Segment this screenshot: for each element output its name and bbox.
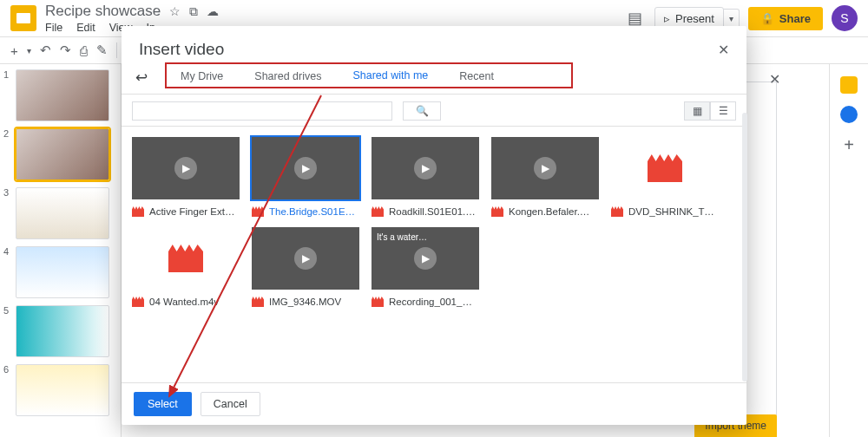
video-file-icon xyxy=(168,245,203,272)
video-meta: The.Bridge.S01E… xyxy=(252,206,359,217)
video-name: IMG_9346.MOV xyxy=(269,297,341,307)
video-thumbnail: ▶ xyxy=(372,137,479,199)
video-grid: ▶Active Finger Ext…▶The.Bridge.S01E…▶Roa… xyxy=(122,127,746,382)
scrollbar[interactable] xyxy=(742,113,747,382)
video-meta: 04 Wanted.m4v xyxy=(132,297,240,307)
play-icon: ▶ xyxy=(414,247,437,270)
video-thumbnail: ▶ xyxy=(132,137,240,199)
video-file-icon xyxy=(132,206,144,217)
video-name: 04 Wanted.m4v xyxy=(149,297,219,307)
video-thumbnail: ▶ xyxy=(491,137,599,199)
video-thumbnail: ▶ xyxy=(252,137,359,199)
video-card[interactable]: ▶The.Bridge.S01E… xyxy=(252,137,359,217)
search-icon: 🔍 xyxy=(416,105,429,117)
video-card[interactable]: 04 Wanted.m4v xyxy=(132,227,240,307)
video-card[interactable]: ▶Kongen.Befaler.S… xyxy=(491,137,599,217)
play-icon: ▶ xyxy=(294,157,317,179)
video-file-icon xyxy=(252,297,264,307)
video-card[interactable]: It's a water…▶Recording_001_1… xyxy=(372,227,479,307)
close-icon[interactable]: ✕ xyxy=(718,42,729,58)
video-thumbnail: It's a water…▶ xyxy=(372,227,479,290)
video-thumbnail xyxy=(611,137,719,199)
video-file-icon xyxy=(252,206,264,217)
tab-recent[interactable]: Recent xyxy=(457,67,496,88)
video-file-icon xyxy=(132,297,144,307)
video-meta: Recording_001_1… xyxy=(372,297,479,307)
list-view-icon[interactable]: ☰ xyxy=(710,101,736,121)
video-meta: IMG_9346.MOV xyxy=(252,297,359,307)
overlay-text: It's a water… xyxy=(377,232,427,242)
video-name: Roadkill.S01E01.… xyxy=(389,206,476,217)
video-name: Active Finger Ext… xyxy=(149,206,234,217)
select-button[interactable]: Select xyxy=(134,392,192,416)
video-file-icon xyxy=(648,154,682,182)
video-file-icon xyxy=(372,297,384,307)
play-icon: ▶ xyxy=(174,157,197,179)
video-meta: Roadkill.S01E01.… xyxy=(372,206,479,217)
video-card[interactable]: DVD_SHRINK_Titl… xyxy=(611,137,719,217)
play-icon: ▶ xyxy=(534,157,556,179)
play-icon: ▶ xyxy=(414,157,437,179)
video-file-icon xyxy=(372,206,384,217)
grid-view-icon[interactable]: ▦ xyxy=(684,101,710,121)
video-card[interactable]: ▶Active Finger Ext… xyxy=(132,137,240,217)
video-name: The.Bridge.S01E… xyxy=(269,206,355,217)
tab-shared-with-me[interactable]: Shared with me xyxy=(351,66,430,88)
search-input[interactable] xyxy=(132,101,392,121)
video-meta: Kongen.Befaler.S… xyxy=(491,206,599,217)
play-icon: ▶ xyxy=(294,247,317,270)
video-file-icon xyxy=(491,206,503,217)
back-icon[interactable]: ↩ xyxy=(135,68,148,87)
tab-shared-drives[interactable]: Shared drives xyxy=(253,67,323,88)
insert-video-dialog: Insert video ✕ ↩ My Drive Shared drives … xyxy=(122,26,746,425)
video-name: Kongen.Befaler.S… xyxy=(509,206,595,217)
video-card[interactable]: ▶Roadkill.S01E01.… xyxy=(372,137,479,217)
video-card[interactable]: ▶IMG_9346.MOV xyxy=(252,227,359,307)
video-thumbnail xyxy=(132,227,240,290)
video-meta: DVD_SHRINK_Titl… xyxy=(611,206,719,217)
cancel-button[interactable]: Cancel xyxy=(201,392,260,416)
dialog-title: Insert video xyxy=(139,40,224,59)
drive-tabs: ↩ My Drive Shared drives Shared with me … xyxy=(122,66,746,94)
video-thumbnail: ▶ xyxy=(252,227,359,290)
tab-my-drive[interactable]: My Drive xyxy=(179,67,225,88)
search-button[interactable]: 🔍 xyxy=(403,101,441,121)
video-name: Recording_001_1… xyxy=(389,297,476,307)
video-file-icon xyxy=(611,206,623,217)
video-meta: Active Finger Ext… xyxy=(132,206,240,217)
video-name: DVD_SHRINK_Titl… xyxy=(628,206,715,217)
